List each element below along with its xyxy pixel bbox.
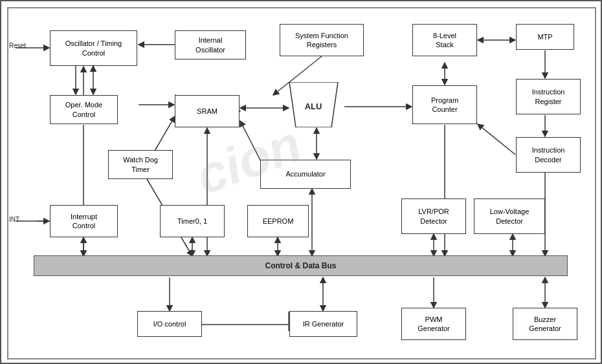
program-counter-block: Program Counter — [412, 85, 477, 124]
internal-osc-block: Internal Oscillator — [175, 30, 246, 59]
sram-block: SRAM — [175, 95, 240, 127]
interrupt-control-block: Interrupt Control — [50, 205, 118, 237]
instruction-decoder-block: Instruction Decoder — [516, 137, 581, 173]
oscillator-block: Oscillator / Timing Control — [50, 30, 137, 66]
low-voltage-block: Low-Voltage Detector — [474, 198, 545, 234]
eight-level-stack-block: 8-Level Stack — [412, 24, 477, 56]
sys-func-reg-block: System Function Registers — [280, 24, 364, 56]
svg-text:ALU: ALU — [305, 102, 322, 111]
timer01-block: Timer0, 1 — [160, 205, 225, 237]
data-bus: Control & Data Bus — [34, 255, 568, 276]
lvr-por-block: LVR/POR Detector — [401, 198, 466, 234]
mtp-block: MTP — [516, 24, 574, 50]
instruction-register-block: Instruction Register — [516, 79, 581, 114]
oper-mode-block: Oper. Mode Control — [50, 95, 118, 124]
buzzer-generator-block: Buzzer Generator — [513, 308, 577, 340]
alu-block: ALU — [283, 82, 344, 127]
svg-line-21 — [478, 124, 515, 155]
int-label: INT — [9, 216, 19, 223]
io-control-block: I/O control — [137, 311, 202, 337]
pwm-generator-block: PWM Generator — [401, 308, 466, 340]
eeprom-block: EEPROM — [247, 205, 309, 237]
ir-generator-block: IR Generator — [289, 311, 357, 337]
reset-label: Reset — [9, 42, 26, 49]
block-diagram: cion — [0, 0, 602, 364]
accumulator-block: Accumulator — [260, 160, 351, 189]
watchdog-block: Watch Dog Timer — [108, 150, 173, 179]
